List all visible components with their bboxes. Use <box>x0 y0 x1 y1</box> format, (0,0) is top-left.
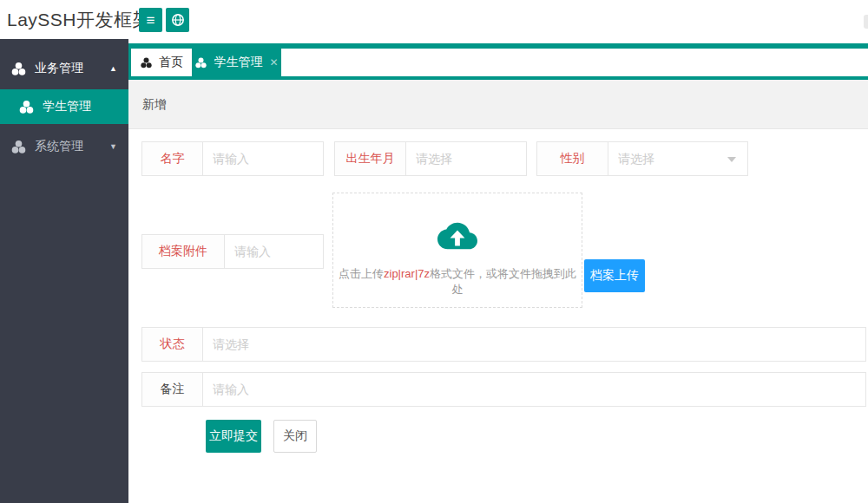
collapse-menu-button[interactable]: ≡ <box>139 8 162 32</box>
close-icon[interactable]: ✕ <box>269 56 278 69</box>
cloud-upload-icon <box>435 216 480 256</box>
name-label: 名字 <box>142 142 203 175</box>
upload-dropzone[interactable]: 点击上传zip|rar|7z格式文件，或将文件拖拽到此处 <box>332 193 582 308</box>
app-cluster-icon <box>194 56 207 69</box>
submit-button[interactable]: 立即提交 <box>206 420 261 453</box>
hamburger-icon: ≡ <box>147 13 155 28</box>
refresh-button[interactable] <box>166 8 189 32</box>
gender-select[interactable] <box>608 142 747 175</box>
name-field-group: 名字 <box>141 141 324 176</box>
sidebar: 业务管理 ▲ 学生管理 系统管理 ▼ <box>0 39 128 503</box>
tab-student-management[interactable]: 学生管理 ✕ <box>192 49 281 76</box>
card-header: 新增 <box>128 80 868 129</box>
sidebar-item-system-management[interactable]: 系统管理 ▼ <box>0 127 128 166</box>
tab-label: 首页 <box>159 55 183 70</box>
app-header: LaySSH开发框架 ≡ <box>0 0 868 39</box>
card-header-title: 新增 <box>142 97 167 111</box>
chevron-down-icon: ▼ <box>109 142 117 151</box>
file-label: 档案附件 <box>142 235 225 268</box>
globe-icon <box>171 13 185 27</box>
name-input[interactable] <box>203 142 323 175</box>
sidebar-item-student-management[interactable]: 学生管理 <box>0 89 128 124</box>
tab-home[interactable]: 首页 <box>131 49 192 76</box>
upload-hint-extensions: zip|rar|7z <box>384 267 430 280</box>
sidebar-item-label: 学生管理 <box>43 99 91 114</box>
student-form: 名字 出生年月 性别 点击上传zip|rar|7z格式文件，或将文件拖拽到此处 … <box>128 129 868 503</box>
app-cluster-icon <box>140 56 153 69</box>
upload-hint-suffix: 格式文件，或将文件拖拽到此处 <box>430 267 576 296</box>
file-upload-button[interactable]: 档案上传 <box>584 259 645 292</box>
app-cluster-icon <box>10 61 27 77</box>
status-label: 状态 <box>142 328 203 361</box>
app-cluster-icon <box>10 139 27 155</box>
chevron-up-icon: ▲ <box>109 64 117 73</box>
app-logo: LaySSH开发框架 <box>7 0 151 39</box>
sidebar-item-business-management[interactable]: 业务管理 ▲ <box>0 49 128 88</box>
upload-hint-prefix: 点击上传 <box>339 267 384 280</box>
upload-hint: 点击上传zip|rar|7z格式文件，或将文件拖拽到此处 <box>333 266 582 297</box>
birth-label: 出生年月 <box>335 142 406 175</box>
remark-label: 备注 <box>142 373 203 406</box>
select-caret-icon <box>727 157 736 162</box>
birth-field-group: 出生年月 <box>334 141 527 176</box>
remark-field-group: 备注 <box>141 372 866 407</box>
edge-icon-fragment <box>864 15 868 29</box>
sidebar-item-label: 业务管理 <box>35 61 83 76</box>
tab-bar-filler <box>281 49 868 76</box>
status-select[interactable] <box>203 328 865 361</box>
status-field-group: 状态 <box>141 327 866 362</box>
sidebar-item-label: 系统管理 <box>35 139 83 154</box>
file-field-group: 档案附件 <box>141 234 324 269</box>
tab-bar: 首页 学生管理 ✕ <box>128 43 868 80</box>
app-cluster-icon <box>18 99 35 115</box>
file-attachment-input[interactable] <box>225 235 323 268</box>
tab-label: 学生管理 <box>214 55 262 70</box>
close-button[interactable]: 关闭 <box>273 420 317 453</box>
remark-input[interactable] <box>203 373 865 406</box>
gender-field-group: 性别 <box>536 141 748 176</box>
birth-date-input[interactable] <box>406 142 526 175</box>
gender-label: 性别 <box>537 142 608 175</box>
